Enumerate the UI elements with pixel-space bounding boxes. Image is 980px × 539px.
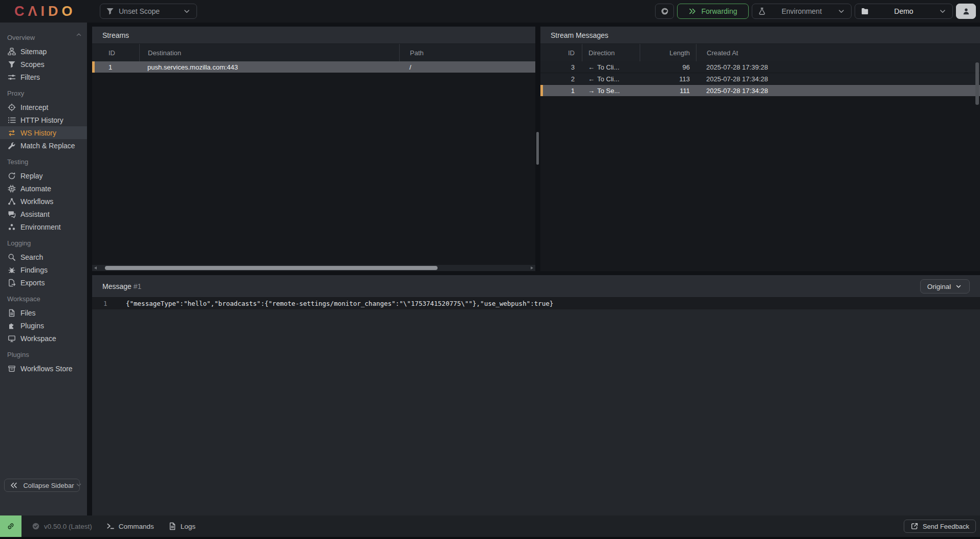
sidebar-item-label: Findings — [20, 266, 48, 274]
scroll-left-arrow-icon[interactable] — [94, 266, 97, 270]
chevron-down-icon — [183, 7, 191, 15]
message-created-at: 2025-07-28 17:34:28 — [696, 87, 980, 95]
sidebar-item-ws-history[interactable]: WS History — [0, 126, 87, 139]
sidebar-item-scopes[interactable]: Scopes — [0, 58, 87, 71]
topbar-right-cluster: Forwarding Environment Demo — [655, 4, 976, 19]
scope-selector[interactable]: Unset Scope — [100, 4, 197, 19]
sidebar-item-replay[interactable]: Replay — [0, 169, 87, 182]
sidebar-item-findings[interactable]: Findings — [0, 263, 87, 276]
browser-button[interactable] — [655, 4, 674, 19]
refresh-icon — [7, 172, 16, 180]
message-id: 1 — [540, 87, 582, 95]
send-feedback-label: Send Feedback — [923, 523, 969, 530]
topbar: CΛIDO Unset Scope Forwarding Environment… — [0, 0, 980, 23]
collapse-sidebar-label: Collapse Sidebar — [23, 482, 74, 489]
sidebar-item-assistant[interactable]: Assistant — [0, 208, 87, 220]
environment-selector[interactable]: Environment — [752, 4, 852, 19]
sidebar-section-label: Proxy — [0, 86, 87, 101]
environment-label: Environment — [771, 7, 833, 15]
message-row[interactable]: 1→To Se...1112025-07-28 17:34:28 — [540, 85, 980, 96]
message-editor[interactable]: 1 {"messageType":"hello","broadcasts":{"… — [92, 298, 980, 515]
streams-table-body: 1push.services.mozilla.com:443/ — [92, 61, 535, 73]
collapse-sidebar-button[interactable]: Collapse Sidebar — [4, 479, 80, 492]
double-chevron-right-icon — [688, 7, 696, 15]
connection-status-button[interactable] — [0, 515, 21, 537]
vertical-scrollbar-thumb[interactable] — [536, 132, 539, 165]
column-header-destination[interactable]: Destination — [139, 44, 399, 61]
project-selector[interactable]: Demo — [855, 4, 953, 19]
stream-id: 1 — [92, 63, 139, 71]
sidebar-item-exports[interactable]: Exports — [0, 276, 87, 289]
logo-letter: O — [62, 4, 76, 19]
forwarding-button[interactable]: Forwarding — [677, 4, 749, 19]
sidebar-item-filters[interactable]: Filters — [0, 71, 87, 83]
column-header-id[interactable]: ID — [540, 44, 582, 61]
sidebar-item-workflows-store[interactable]: Workflows Store — [0, 362, 87, 375]
logo-letter: D — [48, 4, 62, 19]
logo-letter: C — [14, 4, 28, 19]
message-row[interactable]: 3←To Cli...962025-07-28 17:39:28 — [540, 61, 980, 73]
horizontal-scrollbar-thumb[interactable] — [105, 266, 438, 270]
line-number: 1 — [92, 300, 119, 307]
column-header-direction[interactable]: Direction — [582, 44, 640, 61]
commands-button[interactable]: Commands — [106, 522, 154, 530]
funnel-icon — [7, 60, 16, 69]
user-menu-button[interactable] — [956, 4, 976, 19]
sidebar-section-label: Overview — [0, 31, 87, 45]
column-header-path[interactable]: Path — [399, 44, 535, 61]
send-feedback-button[interactable]: Send Feedback — [904, 520, 976, 533]
chip-icon — [7, 185, 16, 193]
column-header-id[interactable]: ID — [92, 44, 139, 61]
sidebar-item-files[interactable]: Files — [0, 306, 87, 319]
streams-horizontal-scrollbar[interactable] — [92, 265, 535, 271]
sidebar-item-label: Workflows — [20, 197, 53, 206]
message-content: {"messageType":"hello","broadcasts":{"re… — [119, 300, 553, 307]
sidebar-item-workspace[interactable]: Workspace — [0, 332, 87, 345]
sidebar-item-label: WS History — [20, 129, 56, 137]
sidebar-item-http-history[interactable]: HTTP History — [0, 114, 87, 126]
sidebar-item-environment[interactable]: Environment — [0, 220, 87, 233]
double-chevron-left-icon — [10, 481, 18, 489]
message-id: 3 — [540, 63, 582, 71]
code-line: 1 {"messageType":"hello","broadcasts":{"… — [92, 298, 980, 309]
workflow-icon — [7, 197, 16, 206]
sidebar-section-proxy: ProxyInterceptHTTP HistoryWS HistoryMatc… — [0, 86, 87, 152]
view-mode-selector[interactable]: Original — [920, 279, 970, 294]
panel-resize-divider[interactable] — [535, 27, 540, 271]
message-title-label: Message — [102, 282, 132, 290]
logs-button[interactable]: Logs — [168, 522, 195, 530]
sidebar-section-plugins: PluginsWorkflows Store — [0, 348, 87, 375]
message-length: 111 — [640, 87, 696, 95]
sidebar-item-label: Workflows Store — [20, 365, 73, 373]
sidebar-item-sitemap[interactable]: Sitemap — [0, 45, 87, 58]
column-header-length[interactable]: Length — [640, 44, 696, 61]
sidebar-item-label: Plugins — [20, 322, 44, 330]
stream-row[interactable]: 1push.services.mozilla.com:443/ — [92, 61, 535, 73]
column-header-created-at[interactable]: Created At — [696, 44, 980, 61]
sidebar-item-workflows[interactable]: Workflows — [0, 195, 87, 208]
sidebar-item-label: Sitemap — [20, 48, 47, 56]
messages-scrollbar-thumb[interactable] — [975, 62, 979, 105]
sidebar-item-label: Workspace — [20, 334, 56, 343]
sidebar-section-label: Workspace — [0, 292, 87, 306]
sidebar-item-plugins[interactable]: Plugins — [0, 319, 87, 332]
caido-app: CΛIDO Unset Scope Forwarding Environment… — [0, 0, 980, 539]
sidebar-section-testing: TestingReplayAutomateWorkflowsAssistantE… — [0, 155, 87, 233]
chevron-down-icon — [954, 282, 963, 290]
sidebar-item-label: Automate — [20, 185, 51, 193]
scroll-right-arrow-icon[interactable] — [531, 266, 533, 270]
sidebar: OverviewSitemapScopesFiltersProxyInterce… — [0, 23, 87, 515]
message-viewer-header: Message #1 Original — [92, 275, 980, 298]
file-icon — [7, 309, 16, 317]
arrow-right-icon: → — [588, 87, 595, 95]
sidebar-item-label: Match & Replace — [20, 142, 75, 150]
message-created-at: 2025-07-28 17:39:28 — [696, 63, 980, 71]
sidebar-item-automate[interactable]: Automate — [0, 182, 87, 195]
messages-table-header: IDDirectionLengthCreated At — [540, 44, 980, 61]
version-info: v0.50.0 (Latest) — [32, 522, 92, 530]
sidebar-item-search[interactable]: Search — [0, 251, 87, 263]
sidebar-item-match-replace[interactable]: Match & Replace — [0, 139, 87, 152]
message-row[interactable]: 2←To Cli...1132025-07-28 17:34:28 — [540, 73, 980, 85]
sidebar-item-intercept[interactable]: Intercept — [0, 101, 87, 114]
version-label: v0.50.0 (Latest) — [44, 523, 92, 530]
